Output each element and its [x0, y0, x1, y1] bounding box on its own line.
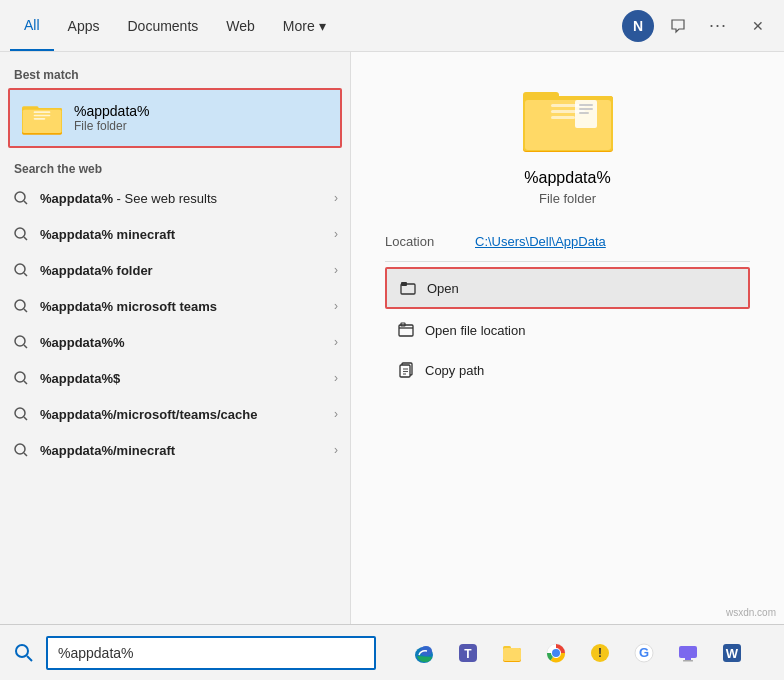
svg-rect-52 — [503, 648, 521, 661]
explorer-icon[interactable] — [492, 633, 532, 673]
svg-rect-6 — [34, 118, 46, 120]
list-item[interactable]: %appdata%% › — [0, 324, 350, 360]
feedback-button[interactable] — [662, 10, 694, 42]
chevron-down-icon: ▾ — [319, 18, 326, 34]
chevron-right-icon: › — [334, 227, 338, 241]
chevron-right-icon: › — [334, 263, 338, 277]
location-row: Location C:\Users\Dell\AppData — [371, 226, 764, 257]
search-icon — [12, 369, 30, 387]
svg-text:!: ! — [598, 646, 602, 660]
search-icon — [12, 297, 30, 315]
svg-line-45 — [27, 656, 32, 661]
top-nav: All Apps Documents Web More ▾ N ··· ✕ — [0, 0, 784, 52]
tab-documents[interactable]: Documents — [113, 0, 212, 51]
svg-point-7 — [15, 192, 25, 202]
svg-rect-26 — [525, 100, 611, 150]
tab-more[interactable]: More ▾ — [269, 12, 340, 40]
svg-line-18 — [24, 381, 27, 384]
open-button[interactable]: Open — [385, 267, 750, 309]
chevron-right-icon: › — [334, 299, 338, 313]
location-label: Location — [385, 234, 465, 249]
chevron-right-icon: › — [334, 407, 338, 421]
feedback-icon — [670, 18, 686, 34]
edge-icon[interactable] — [404, 633, 444, 673]
search-icon — [12, 225, 30, 243]
search-icon — [12, 261, 30, 279]
svg-rect-32 — [579, 108, 593, 110]
list-item[interactable]: %appdata%/microsoft/teams/cache › — [0, 396, 350, 432]
svg-rect-60 — [679, 646, 697, 658]
svg-point-44 — [16, 645, 28, 657]
list-item[interactable]: %appdata% folder › — [0, 252, 350, 288]
best-match-subtitle: File folder — [74, 119, 150, 133]
svg-rect-62 — [683, 660, 693, 662]
list-item[interactable]: %appdata% - See web results › — [0, 180, 350, 216]
remote-icon[interactable] — [668, 633, 708, 673]
best-match-text: %appdata% File folder — [74, 103, 150, 133]
open-icon — [399, 279, 417, 297]
file-location-icon — [397, 321, 415, 339]
svg-point-11 — [15, 264, 25, 274]
more-button[interactable]: ··· — [702, 10, 734, 42]
svg-rect-35 — [401, 282, 407, 286]
left-panel: Best match %appdata% File folder Search … — [0, 52, 350, 624]
svg-line-10 — [24, 237, 27, 240]
search-icon — [12, 333, 30, 351]
avatar[interactable]: N — [622, 10, 654, 42]
list-item[interactable]: %appdata% microsoft teams › — [0, 288, 350, 324]
search-input[interactable] — [46, 636, 376, 670]
bottom-bar: T ! G W — [0, 624, 784, 680]
list-item[interactable]: %appdata%/minecraft › — [0, 432, 350, 468]
svg-line-20 — [24, 417, 27, 420]
list-item-text: %appdata% folder — [40, 263, 334, 278]
tab-web[interactable]: Web — [212, 0, 269, 51]
list-item-text: %appdata% - See web results — [40, 191, 334, 206]
copy-path-label: Copy path — [425, 363, 484, 378]
search-icon-bottom — [10, 639, 38, 667]
svg-text:W: W — [726, 646, 739, 661]
svg-rect-33 — [579, 112, 589, 114]
search-web-label: Search the web — [0, 156, 350, 180]
list-item-text: %appdata%/microsoft/teams/cache — [40, 407, 334, 422]
chevron-right-icon: › — [334, 335, 338, 349]
close-button[interactable]: ✕ — [742, 10, 774, 42]
search-icon — [12, 405, 30, 423]
svg-point-55 — [553, 650, 559, 656]
google-icon[interactable]: G — [624, 633, 664, 673]
chrome-icon[interactable] — [536, 633, 576, 673]
tab-all[interactable]: All — [10, 0, 54, 51]
list-item[interactable]: %appdata%$ › — [0, 360, 350, 396]
open-file-location-button[interactable]: Open file location — [385, 311, 750, 349]
tab-apps[interactable]: Apps — [54, 0, 114, 51]
svg-line-16 — [24, 345, 27, 348]
best-match-label: Best match — [0, 62, 350, 86]
list-item[interactable]: %appdata% minecraft › — [0, 216, 350, 252]
list-item-text: %appdata%/minecraft — [40, 443, 334, 458]
svg-point-15 — [15, 336, 25, 346]
folder-icon-large — [523, 82, 613, 157]
main-content: Best match %appdata% File folder Search … — [0, 52, 784, 624]
best-match-item[interactable]: %appdata% File folder — [8, 88, 342, 148]
chevron-right-icon: › — [334, 443, 338, 457]
right-panel: %appdata% File folder Location C:\Users\… — [351, 52, 784, 624]
svg-point-13 — [15, 300, 25, 310]
svg-rect-36 — [399, 325, 413, 336]
list-item-text: %appdata%% — [40, 335, 334, 350]
norton-icon[interactable]: ! — [580, 633, 620, 673]
list-item-text: %appdata% microsoft teams — [40, 299, 334, 314]
svg-point-21 — [15, 444, 25, 454]
svg-rect-5 — [34, 115, 51, 117]
best-match-title: %appdata% — [74, 103, 150, 119]
nav-controls: N ··· ✕ — [622, 10, 774, 42]
copy-path-icon — [397, 361, 415, 379]
svg-rect-4 — [34, 111, 51, 113]
word-icon[interactable]: W — [712, 633, 752, 673]
search-icon — [12, 441, 30, 459]
file-title: %appdata% — [524, 169, 610, 187]
copy-path-button[interactable]: Copy path — [385, 351, 750, 389]
teams-icon[interactable]: T — [448, 633, 488, 673]
svg-point-9 — [15, 228, 25, 238]
taskbar-icons: T ! G W — [404, 633, 752, 673]
location-path[interactable]: C:\Users\Dell\AppData — [475, 234, 606, 249]
search-icon — [12, 189, 30, 207]
